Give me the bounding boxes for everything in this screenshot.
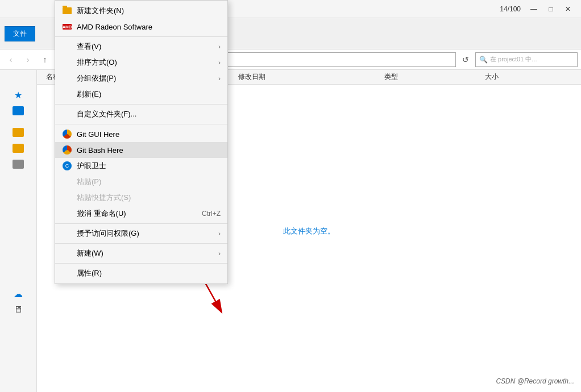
view-submenu-arrow: › [218,43,221,50]
hujian-label: 护眼卫士 [77,161,221,171]
star-icon: ★ [14,90,22,101]
context-menu: 新建文件夹(N)AMDAMD Radeon Software查看(V)›排序方式… [55,0,228,284]
paste-shortcut-icon [62,193,72,203]
properties-label: 属性(R) [77,268,221,278]
maximize-button[interactable]: □ [542,3,559,15]
access-label: 授予访问问权限(G) [77,228,218,239]
menu-item-git-gui[interactable]: Git GUI Here [55,126,227,142]
col-type: 类型 [380,72,480,82]
search-bar[interactable]: 🔍 在 project01 中... [475,52,578,67]
monitor-icon: 🖥 [14,305,23,315]
sidebar-item-monitor[interactable]: 🖥 [0,302,36,318]
sort-label: 排序方式(O) [77,57,218,68]
sidebar-gray-icon [13,160,24,169]
sidebar-folder-gold-icon-2 [13,144,24,153]
cloud-icon: ☁ [14,289,23,299]
sidebar-item-4[interactable] [0,156,36,172]
amd-radeon-label: AMD Radeon Software [77,23,221,31]
menu-item-view[interactable]: 查看(V)› [55,39,227,55]
menu-item-group[interactable]: 分组依据(P)› [55,70,227,86]
group-submenu-arrow: › [218,75,221,82]
view-icon [62,41,72,52]
undo-icon [62,208,72,219]
menu-item-properties[interactable]: 属性(R) [55,265,227,281]
menu-item-access[interactable]: 授予访问问权限(G)› [55,226,227,241]
group-label: 分组依据(P) [77,73,218,84]
sidebar-item-star[interactable]: ★ [0,87,36,103]
access-submenu-arrow: › [218,230,221,237]
view-label: 查看(V) [77,41,218,52]
menu-separator [55,223,227,224]
col-date: 修改日期 [234,72,380,82]
git-gui-label: Git GUI Here [77,130,221,139]
new-submenu-arrow: › [218,250,221,257]
menu-item-amd-radeon[interactable]: AMDAMD Radeon Software [55,19,227,35]
sort-icon [62,57,72,68]
search-placeholder: 在 project01 中... [490,55,537,64]
sort-submenu-arrow: › [218,59,221,66]
sidebar-item-2[interactable] [0,124,36,140]
menu-item-paste: 粘贴(P) [55,174,227,190]
custom-folder-icon [62,109,72,119]
back-button[interactable]: ‹ [3,52,18,67]
git-bash-label: Git Bash Here [77,146,221,155]
hujian-icon: C [62,161,72,171]
new-folder-label: 新建文件夹(N) [77,6,221,16]
menu-item-new[interactable]: 新建(W)› [55,245,227,261]
menu-item-paste-shortcut: 粘贴快捷方式(S) [55,190,227,206]
forward-button[interactable]: › [20,52,35,67]
refresh-button[interactable]: ↺ [458,52,473,67]
col-size: 大小 [480,72,581,82]
access-icon [62,228,72,239]
watermark: CSDN @Record growth... [496,377,574,385]
search-icon: 🔍 [479,56,488,64]
paste-label: 粘贴(P) [77,177,221,187]
menu-separator [55,263,227,264]
properties-icon [62,268,72,278]
paste-shortcut-label: 粘贴快捷方式(S) [77,193,221,203]
undo-shortcut: Ctrl+Z [202,210,221,218]
undo-label: 撤消 重命名(U) [77,208,193,219]
new-folder-icon [62,6,72,16]
close-button[interactable]: ✕ [559,3,576,15]
git-gui-icon [62,129,72,139]
group-icon [62,73,72,84]
menu-separator [55,124,227,124]
refresh-label: 刷新(E) [77,89,221,99]
menu-separator [55,36,227,37]
menu-separator [55,104,227,105]
minimize-button[interactable]: — [525,3,542,15]
paste-icon [62,177,72,187]
menu-item-refresh[interactable]: 刷新(E) [55,86,227,102]
git-bash-icon [62,145,72,155]
page-count: 14/100 [500,5,521,13]
sidebar-folder-gold-icon [13,128,24,137]
sidebar: ★ ☁ 🖥 [0,70,37,392]
sidebar-item-cloud[interactable]: ☁ [0,286,36,302]
menu-item-custom-folder[interactable]: 自定义文件夹(F)... [55,106,227,122]
menu-item-new-folder[interactable]: 新建文件夹(N) [55,3,227,19]
menu-separator [55,243,227,244]
amd-radeon-icon: AMD [62,22,72,32]
refresh-icon [62,89,72,99]
menu-item-hujian[interactable]: C护眼卫士 [55,158,227,174]
ribbon-tab-file[interactable]: 文件 [5,26,35,41]
empty-folder-message: 此文件夹为空。 [283,226,335,236]
up-button[interactable]: ↑ [38,52,52,67]
sidebar-item-1[interactable] [0,103,36,119]
custom-folder-label: 自定义文件夹(F)... [77,109,221,119]
new-label: 新建(W) [77,248,218,258]
menu-item-undo[interactable]: 撤消 重命名(U)Ctrl+Z [55,206,227,222]
menu-item-sort[interactable]: 排序方式(O)› [55,55,227,70]
menu-item-git-bash[interactable]: Git Bash Here [55,142,227,158]
sidebar-item-3[interactable] [0,140,36,156]
sidebar-blue-icon [13,106,24,115]
new-icon [62,248,72,258]
